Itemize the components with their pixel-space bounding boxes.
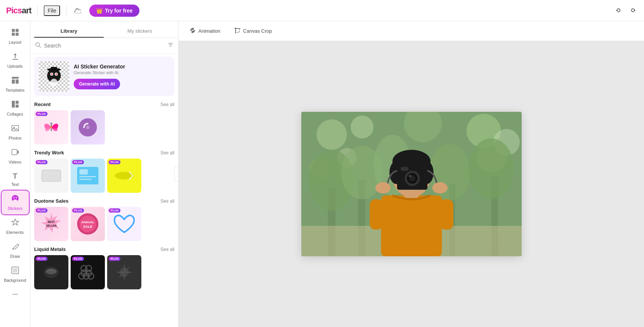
svg-rect-1 [16, 29, 19, 32]
tab-library[interactable]: Library [34, 25, 104, 38]
videos-icon [11, 148, 19, 158]
svg-rect-46 [79, 179, 92, 180]
trendy-work-see-all[interactable]: See all [160, 150, 174, 156]
liquid-metals-section: Liquid Metals See all PLUS PLUS [34, 246, 174, 289]
svg-point-13 [13, 197, 14, 198]
sidebar-item-background[interactable]: Background [2, 262, 29, 286]
canvas-toolbar: Animation Canvas Crop [179, 21, 644, 41]
svg-text:ANNUAL: ANNUAL [81, 221, 94, 224]
svg-rect-5 [12, 79, 15, 84]
svg-point-81 [429, 144, 470, 201]
panel-collapse-button[interactable]: ‹ [174, 167, 179, 182]
sidebar-item-uploads[interactable]: Uploads [2, 48, 29, 72]
panel-content: AI Sticker Generator Generate Sticker wi… [30, 54, 178, 327]
sidebar-item-videos[interactable]: Videos [2, 144, 29, 168]
divider [37, 6, 38, 15]
svg-point-36 [50, 79, 58, 86]
stickers-icon [11, 194, 19, 205]
svg-rect-84 [381, 195, 442, 256]
duotone-sales-sticker-grid: PLUS BEST SELLER PLUS ANNUAL [34, 207, 174, 241]
stickers-panel: Library My stickers [30, 21, 179, 327]
tab-my-stickers[interactable]: My stickers [105, 25, 175, 38]
plus-badge: PLUS [36, 208, 47, 213]
file-menu-button[interactable]: File [44, 5, 60, 16]
sidebar-item-collages-label: Collages [7, 112, 23, 116]
sidebar-item-draw[interactable]: Draw [2, 238, 29, 262]
sticker-item[interactable]: PLUS [107, 255, 141, 289]
svg-text:BEST: BEST [48, 221, 55, 223]
svg-point-14 [16, 197, 17, 198]
duotone-sales-see-all[interactable]: See all [160, 198, 174, 204]
animation-button[interactable]: Animation [185, 25, 225, 38]
recent-see-all[interactable]: See all [160, 102, 174, 107]
sticker-item[interactable]: PLUS [34, 110, 68, 144]
svg-point-95 [409, 175, 411, 177]
sticker-item[interactable]: PLUS [107, 159, 141, 193]
ai-card-subtitle: Generate Sticker with AI [74, 70, 170, 75]
trendy-work-header: Trendy Work See all [34, 150, 174, 156]
sidebar-item-collages[interactable]: Collages [2, 96, 29, 120]
undo-button[interactable] [614, 5, 624, 16]
svg-rect-96 [401, 167, 408, 171]
filter-icon[interactable] [168, 42, 174, 49]
sticker-item[interactable]: PLUS ··· [34, 159, 68, 193]
plus-badge: PLUS [72, 208, 84, 213]
svg-point-17 [13, 294, 14, 295]
ai-generate-button[interactable]: Generate with AI [74, 79, 120, 89]
svg-point-33 [55, 73, 57, 75]
sidebar-item-elements[interactable]: Elements [2, 214, 29, 238]
sidebar-item-templates[interactable]: Templates [2, 72, 29, 96]
duotone-sales-title: Duotone Sales [34, 198, 68, 204]
plus-badge: PLUS [36, 257, 47, 261]
svg-rect-6 [16, 79, 19, 84]
canvas-crop-button[interactable]: Canvas Crop [229, 25, 277, 38]
cloud-icon[interactable] [73, 5, 83, 16]
search-input[interactable] [44, 43, 165, 49]
ai-card-title: AI Sticker Generator [74, 63, 170, 70]
plus-badge: PLUS [109, 208, 120, 213]
svg-rect-16 [13, 268, 17, 273]
canvas-frame[interactable] [301, 112, 522, 256]
svg-line-21 [39, 46, 41, 48]
sidebar: Layout Uploads Templates Collages Photos [0, 21, 30, 327]
recent-section: Recent See all PLUS [34, 102, 174, 144]
topbar: Picsart File 👑 Try for free [0, 0, 644, 21]
sticker-item[interactable]: PLUS ANNUAL SALE [71, 207, 105, 241]
layout-icon [11, 28, 19, 38]
sticker-item[interactable]: PLUS [34, 255, 68, 289]
svg-point-40 [86, 125, 90, 129]
svg-point-32 [51, 73, 52, 75]
svg-rect-4 [12, 77, 19, 79]
recent-title: Recent [34, 102, 51, 107]
sidebar-item-stickers[interactable]: Stickers [2, 190, 29, 214]
try-free-button[interactable]: 👑 Try for free [89, 5, 139, 17]
svg-rect-35 [51, 67, 57, 70]
canvas-crop-icon [234, 27, 241, 35]
canvas-crop-label: Canvas Crop [243, 28, 272, 34]
plus-badge: PLUS [72, 160, 84, 164]
sidebar-item-text[interactable]: T Text [2, 168, 29, 190]
app-logo[interactable]: Picsart [6, 6, 31, 16]
svg-rect-2 [12, 33, 15, 36]
sticker-item[interactable]: PLUS [107, 207, 141, 241]
svg-rect-45 [79, 176, 96, 177]
svg-text:SALE: SALE [83, 225, 92, 229]
plus-badge: PLUS [109, 160, 120, 164]
svg-rect-62 [236, 29, 239, 32]
liquid-metals-see-all[interactable]: See all [160, 247, 174, 252]
ai-sticker-card: AI Sticker Generator Generate Sticker wi… [34, 57, 174, 96]
svg-point-51 [79, 216, 96, 232]
panel-tabs: Library My stickers [30, 21, 178, 38]
sticker-item[interactable]: PLUS BEST SELLER [34, 207, 68, 241]
redo-button[interactable] [627, 5, 638, 16]
sticker-item[interactable] [71, 110, 105, 144]
search-icon [35, 42, 41, 49]
svg-text:···: ··· [50, 174, 53, 178]
sticker-item[interactable]: PLUS [71, 159, 105, 193]
text-icon: T [13, 172, 17, 181]
sidebar-item-layout[interactable]: Layout [2, 24, 29, 48]
sidebar-item-photos[interactable]: Photos [2, 120, 29, 144]
sticker-item[interactable]: PLUS [71, 255, 105, 289]
more-icon [11, 290, 19, 300]
sidebar-item-more[interactable] [2, 286, 29, 304]
